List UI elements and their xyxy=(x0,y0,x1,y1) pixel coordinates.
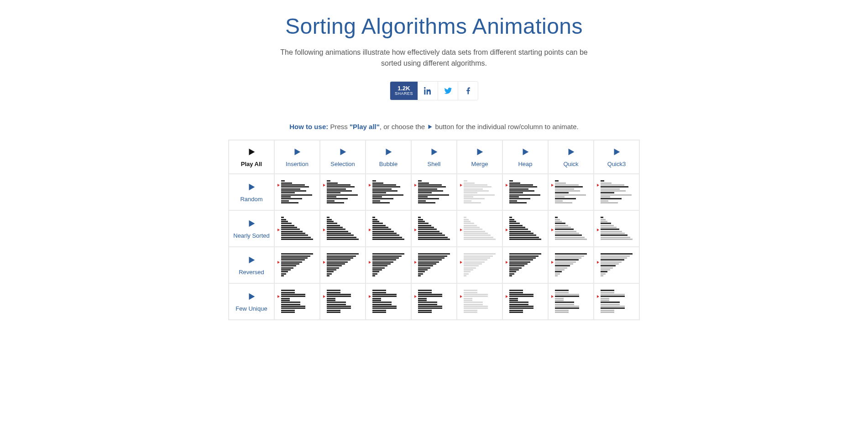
share-linkedin-button[interactable] xyxy=(418,82,438,100)
column-label: Selection xyxy=(321,161,364,167)
row-label: Random xyxy=(230,196,273,203)
animation-cell-reversed-selection[interactable] xyxy=(323,252,362,278)
play-icon[interactable] xyxy=(566,147,576,157)
column-label: Merge xyxy=(458,161,501,167)
animation-cell-random-bubble[interactable] xyxy=(369,179,408,205)
column-header-shell[interactable]: Shell xyxy=(412,141,456,173)
share-count-label: SHARES xyxy=(395,92,413,96)
page-title: Sorting Algorithms Animations xyxy=(160,14,708,39)
animation-cell-few-unique-shell[interactable] xyxy=(414,289,454,314)
linkedin-icon xyxy=(424,87,432,95)
animation-cell-nearly-sorted-merge[interactable] xyxy=(460,216,499,241)
play-icon[interactable] xyxy=(246,147,256,157)
column-header-quick[interactable]: Quick xyxy=(549,141,593,173)
play-icon[interactable] xyxy=(292,147,302,157)
play-icon[interactable] xyxy=(612,147,622,157)
row-header-reversed[interactable]: Reversed xyxy=(229,247,274,283)
column-label: Insertion xyxy=(276,161,319,167)
animation-cell-random-insertion[interactable] xyxy=(277,179,317,205)
share-bar: 1.2K SHARES xyxy=(160,82,708,100)
animation-cell-nearly-sorted-selection[interactable] xyxy=(323,216,362,241)
animation-cell-nearly-sorted-shell[interactable] xyxy=(414,216,454,241)
animation-cell-reversed-quick[interactable] xyxy=(551,252,591,278)
animation-cell-nearly-sorted-bubble[interactable] xyxy=(369,216,408,241)
column-header-insertion[interactable]: Insertion xyxy=(275,141,319,173)
column-label: Quick3 xyxy=(595,161,638,167)
play-icon xyxy=(427,124,433,131)
animation-cell-few-unique-selection[interactable] xyxy=(323,289,362,314)
animation-cell-reversed-shell[interactable] xyxy=(414,252,454,278)
play-icon[interactable] xyxy=(246,182,256,192)
animation-cell-random-quick3[interactable] xyxy=(597,179,636,205)
column-label: Quick xyxy=(549,161,592,167)
column-label: Bubble xyxy=(367,161,410,167)
howto-label: How to use: xyxy=(289,123,328,130)
animation-cell-few-unique-insertion[interactable] xyxy=(277,289,317,314)
play-icon[interactable] xyxy=(338,147,348,157)
animation-cell-few-unique-bubble[interactable] xyxy=(369,289,408,314)
column-header-bubble[interactable]: Bubble xyxy=(366,141,411,173)
row-label: Nearly Sorted xyxy=(230,232,273,239)
column-header-selection[interactable]: Selection xyxy=(320,141,365,173)
animation-cell-nearly-sorted-quick3[interactable] xyxy=(597,216,636,241)
animation-cell-reversed-heap[interactable] xyxy=(506,252,545,278)
animation-cell-nearly-sorted-insertion[interactable] xyxy=(277,216,317,241)
animation-cell-few-unique-quick3[interactable] xyxy=(597,289,636,314)
play-icon[interactable] xyxy=(246,219,256,229)
animation-cell-reversed-quick3[interactable] xyxy=(597,252,636,278)
page-subtitle: The following animations illustrate how … xyxy=(274,47,594,69)
column-label: Heap xyxy=(504,161,547,167)
play-icon[interactable] xyxy=(383,147,393,157)
row-label: Few Unique xyxy=(230,305,273,312)
column-label: Play All xyxy=(230,161,273,167)
animation-cell-few-unique-quick[interactable] xyxy=(551,289,591,314)
animation-cell-random-quick[interactable] xyxy=(551,179,591,205)
facebook-icon xyxy=(464,87,472,95)
twitter-icon xyxy=(444,87,452,95)
row-header-random[interactable]: Random xyxy=(229,174,274,210)
column-header-quick3[interactable]: Quick3 xyxy=(594,141,639,173)
share-count-value: 1.2K xyxy=(397,85,410,92)
animation-cell-nearly-sorted-heap[interactable] xyxy=(506,216,545,241)
share-facebook-button[interactable] xyxy=(458,82,478,100)
row-header-nearly-sorted[interactable]: Nearly Sorted xyxy=(229,211,274,246)
column-header-merge[interactable]: Merge xyxy=(457,141,502,173)
column-header-play-all[interactable]: Play All xyxy=(229,141,274,173)
howto-text: How to use: Press "Play all", or choose … xyxy=(160,123,708,131)
animation-cell-random-merge[interactable] xyxy=(460,179,499,205)
howto-play-all: "Play all" xyxy=(350,123,380,130)
row-header-few-unique[interactable]: Few Unique xyxy=(229,284,274,319)
row-label: Reversed xyxy=(230,269,273,276)
play-icon[interactable] xyxy=(246,292,256,302)
animation-cell-reversed-insertion[interactable] xyxy=(277,252,317,278)
animation-cell-reversed-merge[interactable] xyxy=(460,252,499,278)
play-icon[interactable] xyxy=(429,147,439,157)
animation-cell-few-unique-heap[interactable] xyxy=(506,289,545,314)
animation-grid: Play AllInsertionSelectionBubbleShellMer… xyxy=(228,140,640,320)
column-label: Shell xyxy=(413,161,455,167)
share-count: 1.2K SHARES xyxy=(390,82,418,100)
column-header-heap[interactable]: Heap xyxy=(503,141,548,173)
share-twitter-button[interactable] xyxy=(438,82,458,100)
play-icon[interactable] xyxy=(475,147,485,157)
animation-cell-reversed-bubble[interactable] xyxy=(369,252,408,278)
play-icon[interactable] xyxy=(246,255,256,265)
animation-cell-nearly-sorted-quick[interactable] xyxy=(551,216,591,241)
animation-cell-random-selection[interactable] xyxy=(323,179,362,205)
animation-cell-few-unique-merge[interactable] xyxy=(460,289,499,314)
animation-cell-random-heap[interactable] xyxy=(506,179,545,205)
play-icon[interactable] xyxy=(520,147,530,157)
animation-cell-random-shell[interactable] xyxy=(414,179,454,205)
